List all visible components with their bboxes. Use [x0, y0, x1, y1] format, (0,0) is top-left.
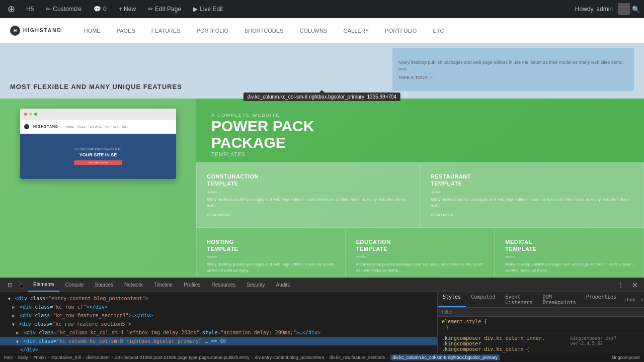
- hosting-card-title: HOSTINGTEMPLATE: [207, 238, 335, 253]
- breadcrumb-feature-section[interactable]: div.kc_row.feature_section5: [330, 355, 385, 360]
- devtools-close-button[interactable]: ✕: [630, 280, 640, 290]
- breadcrumb-container[interactable]: #container_full: [51, 355, 81, 360]
- templates-label: TEMPLATES: [211, 152, 629, 157]
- hero-right-panel: Many desktop publish packages and web pa…: [392, 48, 634, 91]
- devtools-right-controls: ⋮ ✕: [616, 280, 640, 290]
- admin-bar-comments[interactable]: 💬 0: [90, 0, 111, 18]
- browser-dot-green: [34, 113, 37, 116]
- hosting-card-text: Many desktop publish packages and web pa…: [207, 261, 335, 274]
- nav-etc[interactable]: ETC: [429, 28, 448, 34]
- education-card-divider: [356, 256, 366, 257]
- breadcrumb-html[interactable]: html: [4, 355, 13, 360]
- styles-tab-styles[interactable]: Styles: [438, 292, 466, 307]
- styles-tab-properties[interactable]: Properties: [581, 292, 621, 307]
- devtools-control-icons: ⊡ 📱: [4, 281, 27, 289]
- admin-bar-live-edit[interactable]: ▶ Live Edit: [189, 0, 227, 18]
- dom-line-6-selected[interactable]: ▼ <div class="kc_column kc_col-sm-8 righ…: [0, 337, 437, 345]
- medical-card-title: MEDICALTEMPLATE: [505, 238, 633, 253]
- styles-filter-input[interactable]: [438, 308, 644, 317]
- nav-home[interactable]: HOME: [80, 28, 105, 34]
- medical-card-text: Many desktop publish packages and web pa…: [505, 261, 633, 274]
- wordpress-icon: ⊕: [8, 4, 15, 15]
- template-card-hosting: HOSTINGTEMPLATE Many desktop publish pac…: [196, 228, 346, 278]
- template-card-education: EDUCATIONTEMPLATE Many desktop publish p…: [346, 228, 495, 278]
- search-icon[interactable]: 🔍: [632, 6, 640, 13]
- nav-columns[interactable]: COLUMNS: [295, 28, 331, 34]
- complete-website-label: A COMPLETE WEBSITE: [211, 113, 629, 118]
- site-label: H5: [26, 6, 34, 13]
- breadcrumb-active-element[interactable]: div.kc_column.kc_col-sm-8.rightbox.bgcol…: [390, 354, 500, 360]
- nav-portfolio[interactable]: PORTFOLIO: [193, 28, 232, 34]
- devtools-tab-profiles[interactable]: Profiles: [179, 278, 205, 292]
- howdy-text: Howdy, admin: [575, 6, 613, 13]
- status-right: kingcomposer: [612, 355, 640, 360]
- devtools-overflow-icon[interactable]: ⋮: [616, 280, 626, 290]
- construction-read-more[interactable]: READ MORE →: [207, 213, 410, 217]
- site-nav-items: HOME PAGES FEATURES PORTFOLIO SHORTCODES…: [80, 28, 448, 34]
- green-section: HIGHSTAND HOME PAGES FEATURES PORTFOLIO …: [0, 99, 644, 278]
- styles-rule-element: element.style { }: [438, 317, 644, 333]
- admin-bar-edit[interactable]: ✏ Edit Page: [144, 0, 185, 18]
- breadcrumb-article[interactable]: article#post-21586.post-21586.page.type-…: [115, 355, 250, 360]
- admin-bar-site[interactable]: H5: [22, 0, 38, 18]
- devtools-mobile-icon[interactable]: 📱: [17, 281, 25, 289]
- template-card-restaurant: RESTAURANTTEMPLATE Many desktop publish …: [420, 162, 644, 228]
- breadcrumb-entry-content[interactable]: div.entry-content.blog_postcontent: [255, 355, 324, 360]
- nav-portfolio2[interactable]: PORTFOLIO: [381, 28, 421, 34]
- devtools-tabs-bar: ⊡ 📱 Elements Console Sources Network Tim…: [0, 278, 644, 292]
- construction-card-divider: [207, 192, 217, 193]
- mock-logo-dot: [24, 124, 29, 129]
- template-card-construction: CONSTURACTIONTEMPLATE Many desktop publi…: [196, 162, 420, 228]
- restaurant-card-text: Many desktop publish packages and web pa…: [431, 197, 633, 209]
- styles-tab-dom-breakpoints[interactable]: DOM Breakpoints: [537, 292, 581, 307]
- comments-count: 0: [103, 6, 107, 13]
- dom-line-3[interactable]: ▶ <div class="kc_row feature_section1">……: [0, 311, 437, 320]
- nav-pages[interactable]: PAGES: [113, 28, 139, 34]
- mock-hero-text: YOU CAN COMPLETELY CHANGE THE U YOUR SIT…: [74, 148, 122, 165]
- styles-tab-event-listeners[interactable]: Event Listeners: [500, 292, 537, 307]
- devtools-tab-timeline[interactable]: Timeline: [149, 278, 178, 292]
- site-navigation: H HIGHSTAND HOME PAGES FEATURES PORTFOLI…: [0, 18, 644, 43]
- wp-logo[interactable]: ⊕: [4, 2, 18, 16]
- styles-hov-button[interactable]: :hov: [624, 297, 635, 302]
- nav-shortcodes[interactable]: SHORTCODES: [240, 28, 287, 34]
- browser-content: HIGHSTAND HOME PAGES FEATURES PORTFOLIO …: [20, 120, 176, 179]
- restaurant-card-divider: [431, 192, 441, 193]
- breadcrumb-main[interactable]: #main: [34, 355, 46, 360]
- styles-tab-computed[interactable]: Computed: [466, 292, 500, 307]
- nav-gallery[interactable]: GALLERY: [339, 28, 373, 34]
- styles-cls-button[interactable]: .cls: [638, 297, 644, 302]
- admin-avatar: [618, 3, 630, 15]
- dom-line-4[interactable]: ▼ <div class="kc_row feature_section5">: [0, 320, 437, 328]
- admin-bar: ⊕ H5 ✏ Customize 💬 0 + New ✏ Edit Page ▶…: [0, 0, 644, 18]
- styles-origin-kc[interactable]: kingcomposer.css?ver=2.4.5:62: [570, 336, 640, 346]
- mock-site-nav: HIGHSTAND HOME PAGES FEATURES PORTFOLIO …: [20, 120, 176, 134]
- admin-bar-right: Howdy, admin 🔍: [575, 3, 640, 15]
- browser-bar: [20, 109, 176, 120]
- breadcrumb-body[interactable]: body: [18, 355, 28, 360]
- devtools-tab-elements[interactable]: Elements: [28, 278, 59, 292]
- dom-line-5[interactable]: ▶ <div class="kc_column kc_col-sm-4 left…: [0, 328, 437, 337]
- styles-panel-tabs: Styles Computed Event Listeners DOM Brea…: [438, 292, 644, 308]
- education-card-text: Many desktop publish packages and web pa…: [356, 261, 485, 274]
- dom-line-2[interactable]: ▶ <div class="kc_row cf"></div>: [0, 303, 437, 311]
- comments-icon: 💬: [94, 6, 101, 13]
- edit-icon: ✏: [148, 6, 153, 13]
- take-tour-button[interactable]: TAKE A TOUR →: [398, 75, 628, 80]
- devtools-tab-sources[interactable]: Sources: [90, 278, 118, 292]
- admin-bar-customize[interactable]: ✏ Customize: [42, 0, 86, 18]
- devtools-tab-audits[interactable]: Audits: [271, 278, 295, 292]
- breadcrumb-content[interactable]: div#content: [87, 355, 110, 360]
- nav-features[interactable]: FEATURES: [147, 28, 185, 34]
- devtools-tab-network[interactable]: Network: [119, 278, 148, 292]
- dom-line-1[interactable]: ▼ <div class="entry-content blog_postcon…: [0, 294, 437, 303]
- devtools-tab-console[interactable]: Console: [60, 278, 89, 292]
- admin-bar-new[interactable]: + New: [115, 0, 140, 18]
- hosting-card-divider: [207, 256, 217, 257]
- dom-panel[interactable]: ▼ <div class="entry-content blog_postcon…: [0, 292, 438, 362]
- devtools-tab-resources[interactable]: Resources: [207, 278, 241, 292]
- restaurant-read-more[interactable]: READ MORE →: [431, 213, 633, 217]
- devtools-tab-security[interactable]: Security: [242, 278, 270, 292]
- styles-panel: Styles Computed Event Listeners DOM Brea…: [438, 292, 644, 362]
- devtools-pointer-icon[interactable]: ⊡: [6, 281, 14, 289]
